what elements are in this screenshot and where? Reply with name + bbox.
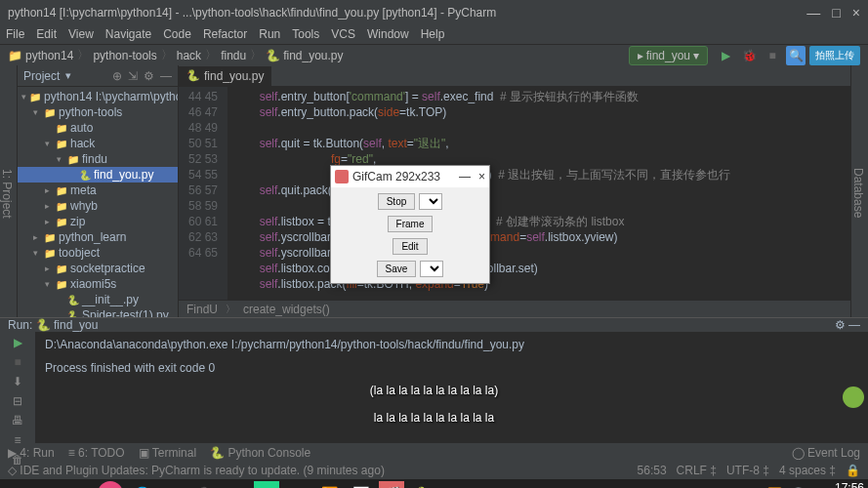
tree-item[interactable]: ▾📁python-tools [18,104,178,120]
tree-item[interactable]: 📁auto [18,120,178,136]
breadcrumb-bar: 📁 python14〉 python-tools〉 hack〉 findu〉 🐍… [0,44,868,65]
gifcam-save-menu[interactable] [420,261,443,277]
app4-icon[interactable]: 📊 [348,481,373,488]
app2-icon[interactable]: ◎ [223,481,248,488]
line-gutter: 44 45 46 47 48 49 50 51 52 53 54 55 56 5… [179,87,227,300]
run-header: Run: 🐍 find_you ⚙ — [0,318,868,332]
close-icon[interactable]: × [852,5,860,20]
clock[interactable]: 17:56 2019/4/11 [812,483,864,488]
menu-refactor[interactable]: Refactor [203,27,247,41]
app3-icon[interactable]: 🟧 [316,481,342,488]
editor-area: 🐍 find_you.py 44 45 46 47 48 49 50 51 52… [179,65,850,317]
gear-icon[interactable]: ⚙ [144,69,154,83]
qq-icon[interactable]: 🐧 [191,481,217,488]
window-titlebar: python14 [I:\pycharm\python14] - ...\pyt… [0,0,868,24]
gifcam-frame-button[interactable]: Frame [388,216,434,232]
gifcam-title: GifCam 292x233 [352,170,440,183]
code-content[interactable]: self.entry_button['command'] = self.exec… [227,87,850,300]
maximize-icon[interactable]: □ [832,5,840,20]
python-app-icon[interactable]: 🐍 [410,481,435,488]
menu-edit[interactable]: Edit [36,27,57,41]
project-tree[interactable]: ▾📁python14 I:\pycharm\python14▾📁python-t… [18,87,178,317]
start-icon[interactable]: ⊞ [4,481,29,488]
scroll-from-source-icon[interactable]: ⊕ [112,69,122,83]
taskview-icon[interactable]: ▭ [66,481,92,488]
right-rail[interactable]: Database [850,65,868,317]
tree-item[interactable]: ▸📁whyb [18,198,178,214]
layout-icon[interactable]: ⊟ [13,394,22,408]
gifcam-save-button[interactable]: Save [377,261,417,277]
tab-find-you[interactable]: 🐍 find_you.py [179,66,271,86]
gifcam-edit-button[interactable]: Edit [393,238,427,255]
run-output[interactable]: D:\Anaconda\anaconda\python.exe I:/pycha… [35,332,868,470]
rerun-icon[interactable]: ▶ [14,336,22,349]
menu-vcs[interactable]: VCS [331,27,355,41]
menu-help[interactable]: Help [421,27,445,41]
pycharm-icon[interactable]: PC [254,481,279,488]
app1-icon[interactable] [98,481,123,488]
tree-item[interactable]: ▾📁toobject [18,245,178,261]
project-title: Project [23,69,60,83]
menu-file[interactable]: File [6,27,24,41]
tree-item[interactable]: ▾📁python14 I:\pycharm\python14 [18,89,178,104]
run-gear-icon[interactable]: ⚙ — [835,318,860,332]
stop-icon[interactable]: ■ [763,46,782,65]
menubar: File Edit View Navigate Code Refactor Ru… [0,24,868,44]
editor-breadcrumb: FindU 〉 create_widgets() [179,300,850,317]
explorer-icon[interactable]: 📁 [160,481,186,488]
gifcam-logo-icon [335,170,349,183]
editor-tabs: 🐍 find_you.py [179,65,850,87]
tree-item[interactable]: ▸📁socketpractice [18,261,178,276]
menu-navigate[interactable]: Navigate [105,27,151,41]
window-title: python14 [I:\pycharm\python14] - ...\pyt… [8,6,496,20]
crumb-root[interactable]: 📁 python14 [8,49,73,62]
upload-button[interactable]: 拍照上传 [809,46,860,65]
minimize-icon[interactable]: — [806,5,820,20]
menu-window[interactable]: Window [367,27,409,41]
tree-item[interactable]: 🐍Spider-test(1).py [18,307,178,317]
crumb-2[interactable]: hack [177,49,201,62]
run-panel: Run: 🐍 find_you ⚙ — ▶ ■ ⬇ ⊟ 🖶 ≡ 🗑 D:\Ana… [0,317,868,442]
popup-close-icon[interactable]: × [478,170,485,183]
popup-minimize-icon[interactable]: — [459,170,471,183]
search-icon[interactable]: 🔍 [786,46,806,65]
menu-view[interactable]: View [68,27,94,41]
gifcam-stop-button[interactable]: Stop [378,193,416,210]
down-icon[interactable]: ⬇ [13,375,22,388]
tree-item[interactable]: 🐍__init__.py [18,292,178,307]
windows-taskbar: ⊞ ○ ▭ 🌐 📁 🐧 ◎ PC ☁ 🟧 📊 🎬 🐍 ^ ⌨ 📶 🔊 17:56… [0,479,868,488]
menu-code[interactable]: Code [163,27,191,41]
gifcam-popup[interactable]: GifCam 292x233 — × Stop Frame Edit Save [330,165,490,284]
crumb-file[interactable]: 🐍 find_you.py [266,49,343,62]
collapse-icon[interactable]: ⇲ [128,69,138,83]
project-header: Project ▾ ⊕ ⇲ ⚙ — [18,65,178,87]
code-editor[interactable]: 44 45 46 47 48 49 50 51 52 53 54 55 56 5… [179,87,850,300]
left-rail[interactable]: 1: Project [0,65,18,317]
gifcam-icon[interactable]: 🎬 [379,481,404,488]
menu-tools[interactable]: Tools [292,27,319,41]
tree-item[interactable]: 🐍find_you.py [18,167,178,183]
chrome-icon[interactable]: 🌐 [129,481,154,488]
run-config-selector[interactable]: ▸ find_you ▾ [629,46,708,65]
tree-item[interactable]: ▸📁zip [18,214,178,229]
project-panel: Project ▾ ⊕ ⇲ ⚙ — ▾📁python14 I:\pycharm\… [18,65,179,317]
tree-item[interactable]: ▾📁xiaomi5s [18,276,178,292]
crumb-1[interactable]: python-tools [93,49,156,62]
menu-run[interactable]: Run [259,27,280,41]
search-task-icon[interactable]: ○ [35,481,61,488]
tree-item[interactable]: ▾📁findu [18,151,178,167]
print-icon[interactable]: 🖶 [12,414,23,427]
crumb-3[interactable]: findu [221,49,246,62]
tree-item[interactable]: ▸📁meta [18,183,178,198]
baidu-icon[interactable]: ☁ [285,481,310,488]
run-icon[interactable]: ▶ [716,46,735,65]
debug-icon[interactable]: 🐞 [739,46,759,65]
stop-run-icon[interactable]: ■ [14,355,21,369]
tree-item[interactable]: ▾📁hack [18,136,178,151]
floating-widget[interactable] [843,386,864,408]
gifcam-stop-menu[interactable] [419,193,442,210]
hide-icon[interactable]: — [160,69,172,83]
tree-item[interactable]: ▸📁python_learn [18,229,178,245]
